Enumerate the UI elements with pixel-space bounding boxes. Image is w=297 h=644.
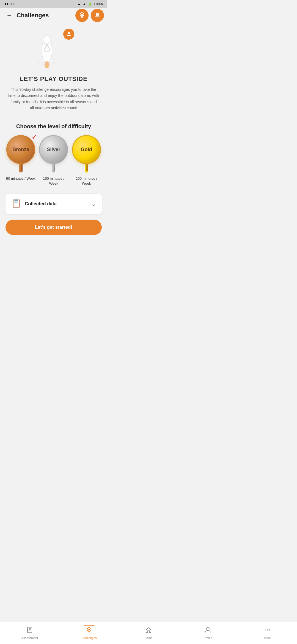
- gold-medal-circle: Gold: [72, 135, 101, 164]
- svg-marker-13: [19, 171, 23, 173]
- bronze-ribbon: [17, 164, 25, 173]
- svg-rect-2: [81, 17, 83, 18]
- page-title: Challenges: [16, 12, 49, 19]
- bronze-check: ✓: [32, 134, 37, 141]
- svg-rect-14: [52, 164, 54, 172]
- svg-point-10: [68, 32, 70, 34]
- bronze-medal-circle: Bronze ✓: [6, 135, 35, 164]
- hero-illustration: [32, 29, 76, 73]
- back-arrow-icon: ←: [6, 12, 12, 19]
- signal-icon: ▲: [82, 2, 86, 6]
- difficulty-section: Choose the level of difficulty Bronze ✓: [6, 123, 102, 186]
- svg-marker-19: [85, 171, 88, 173]
- svg-rect-11: [19, 164, 21, 172]
- avatar-icon: [65, 31, 72, 37]
- avatar: [63, 29, 74, 40]
- collected-data-section[interactable]: 📋 Collected data ⌄: [6, 194, 102, 214]
- battery-percent: 100%: [94, 2, 103, 6]
- gold-medal-graphic: Gold: [72, 135, 101, 173]
- clipboard-icon: 📋: [11, 198, 21, 210]
- svg-rect-12: [21, 164, 23, 172]
- silver-ribbon: [50, 164, 58, 173]
- top-bar: ← Challenges: [0, 8, 107, 23]
- svg-rect-18: [86, 164, 88, 172]
- status-right: ▲ ▲ 🔋 100%: [77, 2, 103, 6]
- bronze-medal-graphic: Bronze ✓: [6, 135, 35, 173]
- svg-point-4: [43, 35, 51, 44]
- battery-icon: 🔋: [88, 2, 92, 6]
- silver-label: Silver: [47, 147, 60, 152]
- challenge-title: LET'S PLAY OUTSIDE: [20, 75, 87, 83]
- status-time: 11:30: [4, 2, 13, 6]
- wifi-icon: ▲: [77, 2, 81, 6]
- difficulty-title: Choose the level of difficulty: [6, 123, 102, 130]
- gold-ribbon: [82, 164, 90, 173]
- gold-minutes: 200 minutes / Week: [71, 176, 102, 186]
- silver-medal-item[interactable]: Silver 150 minutes / Week: [38, 135, 69, 186]
- main-content: LET'S PLAY OUTSIDE This 30-day challenge…: [0, 23, 107, 263]
- bronze-medal-item[interactable]: Bronze ✓ 90 minutes / Week: [6, 135, 36, 181]
- svg-point-7: [45, 64, 48, 68]
- bell-icon: [94, 12, 101, 19]
- header-action-buttons: [75, 9, 104, 22]
- svg-rect-17: [85, 164, 86, 172]
- silver-minutes: 150 minutes / Week: [38, 176, 69, 186]
- collected-left: 📋 Collected data: [11, 198, 57, 210]
- status-bar: 11:30 ▲ ▲ 🔋 100%: [0, 0, 107, 8]
- badge-icon: [78, 12, 86, 19]
- silver-medal-circle: Silver: [39, 135, 68, 164]
- gold-label: Gold: [81, 147, 92, 152]
- collected-label: Collected data: [25, 201, 57, 207]
- bronze-label: Bronze: [12, 147, 29, 152]
- medals-row: Bronze ✓ 90 minutes / Week Silver: [6, 135, 102, 186]
- challenge-description: This 30-day challenge encourages you to …: [6, 86, 102, 111]
- svg-marker-16: [52, 171, 55, 173]
- silver-medal-graphic: Silver: [39, 135, 68, 173]
- back-button[interactable]: ←: [4, 10, 14, 20]
- notification-button[interactable]: [91, 9, 104, 22]
- hero-section: LET'S PLAY OUTSIDE This 30-day challenge…: [6, 26, 102, 117]
- svg-marker-1: [80, 13, 84, 16]
- chevron-down-icon: ⌄: [91, 200, 96, 208]
- rocket-svg: [32, 33, 67, 69]
- gold-medal-item[interactable]: Gold 200 minutes / Week: [71, 135, 102, 186]
- bronze-minutes: 90 minutes / Week: [6, 176, 35, 181]
- badge-button[interactable]: [75, 9, 89, 22]
- svg-rect-15: [54, 164, 55, 172]
- get-started-button[interactable]: Let's get started!: [6, 220, 102, 235]
